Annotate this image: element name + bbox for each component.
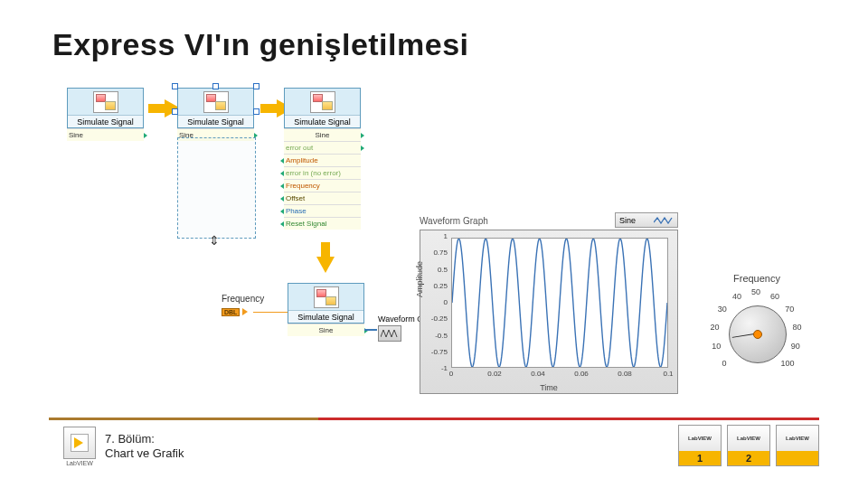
dial-knob-icon: [753, 330, 762, 339]
waveform-graph[interactable]: Sine Amplitude -1-0.75-0.5-0.2500.250.50…: [420, 230, 678, 394]
frequency-control[interactable]: Frequency DBL: [222, 294, 264, 318]
express-vi-icon: [93, 91, 118, 113]
badge-level: 2: [728, 451, 769, 465]
simulate-signal-vi-collapsed-2[interactable]: Simulate Signal Sine: [177, 88, 254, 141]
footer-line-1: 7. Bölüm:: [105, 432, 184, 446]
graph-caption: Waveform Graph: [420, 216, 488, 226]
badge-level: [777, 451, 818, 465]
dial-label: Frequency: [698, 273, 816, 284]
plot-area: [451, 238, 668, 368]
express-vi-icon: [310, 91, 335, 113]
express-vi-icon: [314, 286, 339, 308]
vi-terminal-sine[interactable]: Sine: [67, 128, 144, 141]
vi-terminal-amplitude[interactable]: Amplitude: [284, 154, 361, 166]
resize-cursor-icon: ⇕: [209, 233, 220, 248]
badge-level: 1: [679, 451, 721, 465]
vi-terminal-sine[interactable]: Sine: [288, 324, 364, 336]
footer: LabVIEW 7. Bölüm: Chart ve Grafik: [63, 427, 184, 466]
vi-terminal-sine[interactable]: Sine: [284, 128, 361, 141]
labview-logo-text: LabVIEW: [63, 460, 96, 466]
simulate-signal-vi-collapsed-1[interactable]: Simulate Signal Sine: [67, 88, 144, 141]
arrow-down-icon: [316, 257, 335, 273]
dbl-datatype-icon: DBL: [222, 308, 240, 316]
wire: [364, 329, 377, 331]
slide-title: Express VI'ın genişletilmesi: [52, 27, 469, 62]
vi-title: Simulate Signal: [285, 115, 360, 127]
vi-title: Simulate Signal: [68, 115, 143, 127]
frequency-dial[interactable]: Frequency 0102030405060708090100: [698, 273, 816, 383]
vi-expand-preview: [177, 137, 256, 239]
express-vi-icon: [203, 91, 229, 113]
legend-swatch-icon: [654, 217, 674, 224]
vi-terminal-phase[interactable]: Phase: [284, 204, 361, 217]
waveform-indicator-icon: [378, 325, 401, 342]
control-output-terminal-icon: [242, 308, 248, 315]
plot-legend[interactable]: Sine: [615, 212, 678, 228]
frequency-control-label: Frequency: [222, 294, 264, 304]
vi-title: Simulate Signal: [288, 310, 363, 323]
labview-logo-icon: [63, 427, 96, 459]
simulate-signal-vi-expanded[interactable]: Simulate Signal Sine error out Amplitude…: [284, 88, 361, 230]
vi-terminal-reset[interactable]: Reset Signal: [284, 217, 361, 230]
certification-badges: LabVIEW1 LabVIEW2 LabVIEW: [678, 425, 819, 466]
vi-terminal-error-out[interactable]: error out: [284, 141, 361, 154]
y-axis-ticks: -1-0.75-0.5-0.2500.250.50.751: [420, 236, 449, 368]
vi-terminal-error-in[interactable]: error in (no error): [284, 166, 361, 179]
x-axis-ticks: 00.020.040.060.080.1: [451, 370, 668, 379]
vi-terminal-offset[interactable]: Offset: [284, 192, 361, 204]
badge-top: LabVIEW: [728, 426, 769, 451]
footer-divider: [49, 418, 819, 420]
badge-top: LabVIEW: [679, 426, 721, 451]
vi-title: Simulate Signal: [178, 115, 253, 127]
x-axis-label: Time: [420, 383, 677, 392]
legend-label: Sine: [619, 216, 636, 225]
wire: [253, 312, 288, 313]
vi-terminal-frequency[interactable]: Frequency: [284, 179, 361, 192]
badge-top: LabVIEW: [777, 426, 818, 451]
footer-line-2: Chart ve Grafik: [105, 446, 184, 461]
simulate-signal-vi-wired[interactable]: Simulate Signal Sine: [288, 283, 364, 336]
